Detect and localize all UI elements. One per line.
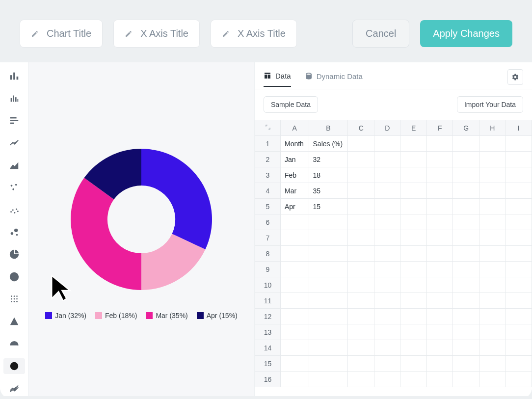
cell[interactable] xyxy=(348,262,374,277)
cell[interactable] xyxy=(479,152,505,167)
cell[interactable] xyxy=(505,199,532,214)
cell[interactable] xyxy=(348,372,374,387)
cell[interactable] xyxy=(400,136,427,152)
cell[interactable]: Mar xyxy=(281,183,309,199)
cell[interactable] xyxy=(281,230,309,246)
cell[interactable] xyxy=(426,262,453,277)
cell[interactable] xyxy=(400,199,427,214)
col-header[interactable]: D xyxy=(374,120,400,136)
cell[interactable] xyxy=(374,199,400,214)
row-header[interactable]: 1 xyxy=(255,136,281,152)
cell[interactable] xyxy=(281,356,309,372)
cell[interactable] xyxy=(505,340,532,356)
cell[interactable] xyxy=(348,136,374,152)
cell[interactable]: Month xyxy=(281,136,309,152)
cell[interactable] xyxy=(479,324,505,340)
row-header[interactable]: 2 xyxy=(255,152,281,167)
cell[interactable] xyxy=(309,293,348,309)
cell[interactable] xyxy=(348,309,374,324)
cell[interactable] xyxy=(426,324,453,340)
cell[interactable] xyxy=(453,340,479,356)
cell[interactable] xyxy=(348,340,374,356)
cell[interactable] xyxy=(400,230,427,246)
cell[interactable] xyxy=(374,340,400,356)
bar-chart-icon[interactable] xyxy=(3,68,25,83)
cell[interactable] xyxy=(479,214,505,230)
cell[interactable]: Jan xyxy=(281,152,309,167)
row-header[interactable]: 4 xyxy=(255,183,281,199)
horizontal-bar-icon[interactable] xyxy=(3,113,25,128)
cell[interactable] xyxy=(374,214,400,230)
cell[interactable] xyxy=(374,277,400,293)
cell[interactable] xyxy=(400,214,427,230)
cell[interactable] xyxy=(374,230,400,246)
spreadsheet[interactable]: ABCDEFGHI1MonthSales (%)2Jan323Feb184Mar… xyxy=(255,120,532,396)
chart-title-input[interactable]: Chart Title xyxy=(20,20,103,48)
cell[interactable] xyxy=(426,340,453,356)
cell[interactable] xyxy=(453,246,479,262)
cell[interactable] xyxy=(374,356,400,372)
cell[interactable] xyxy=(453,167,479,183)
cell[interactable] xyxy=(348,230,374,246)
cell[interactable] xyxy=(426,183,453,199)
col-header[interactable]: I xyxy=(505,120,532,136)
x-axis-title-input[interactable]: X Axis Title xyxy=(113,20,200,48)
cell[interactable] xyxy=(400,167,427,183)
cell[interactable] xyxy=(348,324,374,340)
col-header[interactable]: H xyxy=(479,120,505,136)
cell[interactable] xyxy=(479,372,505,387)
donut-chart-icon[interactable] xyxy=(3,269,25,284)
cell[interactable] xyxy=(479,309,505,324)
cell[interactable]: 32 xyxy=(309,152,348,167)
cell[interactable] xyxy=(479,183,505,199)
import-data-button[interactable]: Import Your Data xyxy=(457,96,523,113)
cell[interactable] xyxy=(426,199,453,214)
cell[interactable] xyxy=(505,152,532,167)
sample-data-button[interactable]: Sample Data xyxy=(264,96,318,113)
cell[interactable] xyxy=(348,152,374,167)
cell[interactable] xyxy=(348,167,374,183)
cell[interactable] xyxy=(348,246,374,262)
cell[interactable] xyxy=(426,167,453,183)
scatter-dense-icon[interactable] xyxy=(3,202,25,217)
cell[interactable] xyxy=(309,262,348,277)
cell[interactable] xyxy=(400,277,427,293)
area-chart-icon[interactable] xyxy=(3,158,25,173)
cell[interactable]: 35 xyxy=(309,183,348,199)
cell[interactable]: Feb xyxy=(281,167,309,183)
cell[interactable]: 18 xyxy=(309,167,348,183)
cell[interactable] xyxy=(400,152,427,167)
cell[interactable] xyxy=(479,246,505,262)
cell[interactable] xyxy=(281,246,309,262)
cell[interactable] xyxy=(426,356,453,372)
cell[interactable] xyxy=(479,230,505,246)
cell[interactable] xyxy=(400,262,427,277)
cell[interactable] xyxy=(281,372,309,387)
cell[interactable] xyxy=(374,372,400,387)
cell[interactable] xyxy=(309,230,348,246)
cell[interactable] xyxy=(453,199,479,214)
cell[interactable] xyxy=(479,199,505,214)
cell[interactable] xyxy=(309,356,348,372)
tab-data[interactable]: Data xyxy=(264,72,291,87)
grid-chart-icon[interactable] xyxy=(3,292,25,307)
row-header[interactable]: 6 xyxy=(255,214,281,230)
scatter-sparse-icon[interactable] xyxy=(3,180,25,195)
y-axis-title-input[interactable]: X Axis Title xyxy=(211,20,297,48)
cell[interactable] xyxy=(400,324,427,340)
cell[interactable] xyxy=(453,324,479,340)
cell[interactable] xyxy=(426,372,453,387)
cell[interactable] xyxy=(505,372,532,387)
cell[interactable]: 15 xyxy=(309,199,348,214)
cell[interactable] xyxy=(374,309,400,324)
col-header[interactable]: G xyxy=(453,120,479,136)
col-header[interactable]: A xyxy=(281,120,309,136)
cell[interactable] xyxy=(374,183,400,199)
cell[interactable] xyxy=(281,340,309,356)
tab-dynamic-data[interactable]: Dynamic Data xyxy=(305,72,363,86)
row-header[interactable]: 14 xyxy=(255,340,281,356)
cell[interactable] xyxy=(426,136,453,152)
col-header[interactable]: E xyxy=(400,120,427,136)
cell[interactable] xyxy=(348,199,374,214)
line-chart-icon[interactable] xyxy=(3,135,25,150)
